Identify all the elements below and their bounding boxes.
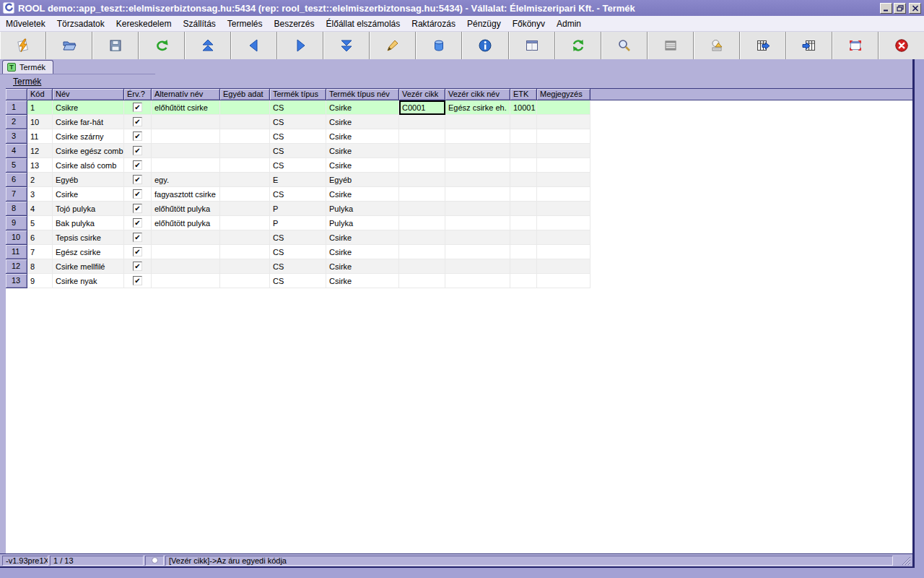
cell-tipusnev[interactable]: Pulyka — [326, 216, 399, 230]
cell-vezernev[interactable] — [445, 230, 510, 245]
cell-alt[interactable]: előhűtött pulyka — [152, 202, 220, 216]
cell-egyeb[interactable] — [220, 274, 270, 288]
cell-alt[interactable] — [152, 144, 220, 158]
valid-checkbox[interactable]: ✔ — [133, 218, 142, 228]
cell-alt[interactable] — [152, 245, 220, 259]
menu-item-kereskedelem[interactable]: Kereskedelem — [110, 17, 178, 31]
cell-tipusnev[interactable]: Csirke — [326, 144, 399, 158]
cell-megj[interactable] — [537, 259, 590, 274]
cell-vezer[interactable] — [399, 129, 445, 144]
cell-kod[interactable]: 8 — [27, 259, 53, 274]
cell-vezernev[interactable] — [445, 274, 510, 288]
cell-megj[interactable] — [537, 274, 590, 288]
cell-etk[interactable] — [510, 158, 537, 173]
cell-egyeb[interactable] — [220, 202, 270, 216]
cell-tipus[interactable]: CS — [270, 115, 326, 129]
table-row[interactable]: 117Egész csirke✔CSCsirke — [6, 245, 912, 259]
table-row[interactable]: 210Csirke far-hát✔CSCsirke — [6, 115, 912, 129]
cell-vezer[interactable] — [399, 245, 445, 259]
cell-megj[interactable] — [537, 245, 590, 259]
cell-vezer[interactable] — [399, 173, 445, 187]
cell-erv[interactable]: ✔ — [124, 144, 152, 158]
row-number-cell[interactable]: 3 — [6, 129, 27, 144]
cell-nev[interactable]: Tepsis csirke — [53, 230, 124, 245]
cell-nev[interactable]: Csirke — [53, 187, 124, 202]
cell-tipusnev[interactable]: Csirke — [326, 158, 399, 173]
row-number-cell[interactable]: 5 — [6, 158, 27, 173]
menu-item-termeles[interactable]: Termelés — [222, 17, 269, 31]
cell-megj[interactable] — [537, 173, 590, 187]
cell-vezernev[interactable] — [445, 115, 510, 129]
row-number-cell[interactable]: 4 — [6, 144, 27, 158]
cell-etk[interactable] — [510, 129, 537, 144]
cell-tipus[interactable]: CS — [270, 259, 326, 274]
cell-tipus[interactable]: CS — [270, 129, 326, 144]
table-row[interactable]: 513Csirke alsó comb✔CSCsirke — [6, 158, 912, 173]
cell-vezernev[interactable]: Egész csirke eh. — [445, 100, 510, 115]
cell-erv[interactable]: ✔ — [124, 129, 152, 144]
database-button[interactable] — [416, 32, 462, 59]
cell-tipus[interactable]: CS — [270, 230, 326, 245]
table-row[interactable]: 95Bak pulyka✔előhűtött pulykaPPulyka — [6, 216, 912, 230]
cell-tipus[interactable]: CS — [270, 187, 326, 202]
menu-item-raktarozas[interactable]: Raktározás — [406, 17, 461, 31]
cell-tipusnev[interactable]: Csirke — [326, 129, 399, 144]
cell-etk[interactable] — [510, 115, 537, 129]
cell-nev[interactable]: Egész csirke — [53, 245, 124, 259]
cell-kod[interactable]: 13 — [27, 158, 53, 173]
cell-vezernev[interactable] — [445, 202, 510, 216]
undo-button[interactable] — [139, 32, 185, 59]
menu-item-fokonyv[interactable]: Főkönyv — [507, 17, 551, 31]
cell-megj[interactable] — [537, 230, 590, 245]
cell-nev[interactable]: Csirke far-hát — [53, 115, 124, 129]
grid-button[interactable] — [648, 32, 694, 59]
row-number-cell[interactable]: 11 — [6, 245, 27, 259]
cell-vezer[interactable] — [399, 216, 445, 230]
valid-checkbox[interactable]: ✔ — [133, 276, 142, 285]
import-table-button[interactable] — [786, 32, 832, 59]
refresh-button[interactable] — [555, 32, 601, 59]
cell-alt[interactable] — [152, 158, 220, 173]
cell-etk[interactable] — [510, 173, 537, 187]
menu-item-eloallat-elszamolas[interactable]: Élőállat elszámolás — [321, 17, 406, 31]
cell-tipusnev[interactable]: Csirke — [326, 230, 399, 245]
row-number-cell[interactable]: 1 — [6, 100, 27, 115]
cell-vezer[interactable] — [399, 144, 445, 158]
column-header-alt[interactable]: Alternatív név — [152, 89, 220, 100]
table-row[interactable]: 73Csirke✔fagyasztott csirkeCSCsirke — [6, 187, 912, 202]
column-header-vezernev[interactable]: Vezér cikk név — [445, 89, 510, 100]
window-select-button[interactable] — [832, 32, 879, 59]
cell-erv[interactable]: ✔ — [124, 216, 152, 230]
nav-first-button[interactable] — [185, 32, 231, 59]
cell-alt[interactable]: egy. — [152, 173, 220, 187]
open-folder-button[interactable] — [46, 32, 92, 59]
table-row[interactable]: 128Csirke mellfilé✔CSCsirke — [6, 259, 912, 274]
cell-tipus[interactable]: P — [270, 202, 326, 216]
column-header-nev[interactable]: Név — [53, 89, 124, 100]
cell-etk[interactable] — [510, 187, 537, 202]
termek-link[interactable]: Termék — [13, 77, 41, 87]
cell-erv[interactable]: ✔ — [124, 100, 152, 115]
column-header-egyeb[interactable]: Egyéb adat — [220, 89, 270, 100]
valid-checkbox[interactable]: ✔ — [133, 160, 142, 170]
cell-etk[interactable] — [510, 245, 537, 259]
cell-erv[interactable]: ✔ — [124, 230, 152, 245]
cell-kod[interactable]: 1 — [27, 100, 53, 115]
menu-item-szallitas[interactable]: Szállítás — [177, 17, 221, 31]
cell-megj[interactable] — [537, 129, 590, 144]
cell-nev[interactable]: Tojó pulyka — [53, 202, 124, 216]
cell-megj[interactable] — [537, 202, 590, 216]
cell-erv[interactable]: ✔ — [124, 259, 152, 274]
cell-vezer[interactable] — [399, 259, 445, 274]
cell-egyeb[interactable] — [220, 115, 270, 129]
row-number-cell[interactable]: 6 — [6, 173, 27, 187]
cell-tipusnev[interactable]: Csirke — [326, 100, 399, 115]
menu-item-penzugy[interactable]: Pénzügy — [461, 17, 507, 31]
cell-egyeb[interactable] — [220, 259, 270, 274]
resize-grip-icon[interactable] — [901, 556, 910, 565]
column-header-vezer[interactable]: Vezér cikk — [399, 89, 445, 100]
nav-previous-button[interactable] — [231, 32, 277, 59]
cell-kod[interactable]: 2 — [27, 173, 53, 187]
cell-megj[interactable] — [537, 158, 590, 173]
cell-nev[interactable]: Csikre — [53, 100, 124, 115]
